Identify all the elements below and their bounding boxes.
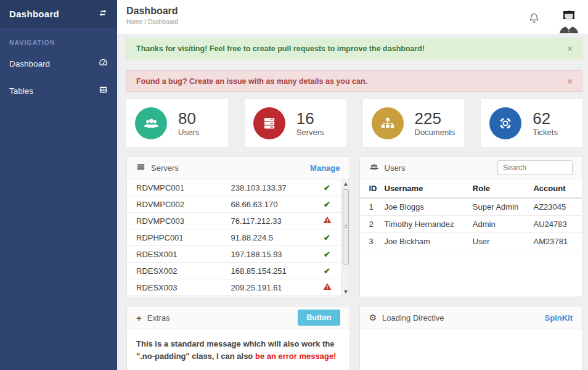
user-role: Super Admin bbox=[469, 198, 530, 216]
alert-danger-text: Found a bug? Create an issue with as man… bbox=[136, 77, 367, 86]
nav-section-label: NAVIGATION bbox=[0, 28, 117, 50]
user-account: AU24783 bbox=[529, 216, 582, 233]
users-group-icon bbox=[369, 162, 379, 174]
server-icon bbox=[253, 107, 285, 139]
server-row: RDESX001 197.188.15.93 ✔ bbox=[127, 246, 341, 263]
user-username: Joe Bloggs bbox=[381, 198, 469, 216]
user-id: 2 bbox=[360, 216, 381, 233]
spinkit-link[interactable]: SpinKit bbox=[545, 313, 573, 323]
exchange-icon bbox=[98, 8, 108, 20]
server-row: RDVMPC001 238.103.133.37 ✔ bbox=[127, 179, 341, 196]
check-icon: ✔ bbox=[324, 200, 330, 209]
extras-message: This is a standard message which will al… bbox=[136, 338, 340, 362]
server-name: RDPHPC001 bbox=[136, 233, 231, 242]
widget-value: 225 bbox=[415, 110, 455, 128]
server-row: RDPHPC001 91.88.224.5 ✔ bbox=[127, 229, 341, 246]
sidebar-item-tables[interactable]: Tables bbox=[0, 77, 117, 104]
server-row: RDVMPC002 68.66.63.170 ✔ bbox=[127, 196, 341, 213]
users-table: ID Username Role Account 1 Joe Bloggs Su… bbox=[360, 179, 582, 250]
server-ip: 197.188.15.93 bbox=[231, 250, 316, 259]
sidebar-item-dashboard[interactable]: Dashboard bbox=[0, 50, 117, 77]
panel-title: Extras bbox=[147, 313, 170, 323]
widget-value: 80 bbox=[178, 110, 199, 128]
server-ip: 168.85.154.251 bbox=[231, 266, 316, 276]
sidebar-header: Dashboard bbox=[0, 0, 117, 28]
widget-label: Tickets bbox=[533, 128, 558, 137]
server-name: RDESX001 bbox=[136, 250, 231, 259]
user-role: Admin bbox=[469, 216, 530, 233]
extras-panel: + Extras Button This is a standard messa… bbox=[126, 306, 350, 370]
user-username: Joe Bickham bbox=[381, 233, 469, 250]
extras-button[interactable]: Button bbox=[298, 310, 340, 326]
widget-label: Servers bbox=[296, 128, 324, 137]
column-header: Role bbox=[469, 179, 530, 198]
check-icon: ✔ bbox=[324, 266, 330, 276]
check-icon: ✔ bbox=[324, 233, 330, 242]
sidebar-toggle-button[interactable] bbox=[98, 8, 108, 20]
topbar: Dashboard Home / Dashboard bbox=[117, 0, 588, 34]
widget-value: 16 bbox=[296, 110, 324, 128]
server-status-icon: ✔ bbox=[317, 183, 338, 192]
notifications-bell-icon[interactable] bbox=[528, 12, 540, 24]
server-name: RDVMPC002 bbox=[136, 200, 231, 209]
close-icon[interactable]: × bbox=[567, 44, 573, 53]
sidebar-item-label: Dashboard bbox=[9, 59, 50, 68]
widget-label: Users bbox=[178, 128, 199, 137]
panel-title: Users bbox=[385, 163, 406, 173]
manage-link[interactable]: Manage bbox=[310, 163, 340, 173]
loading-directive-panel: ⚙ Loading Directive SpinKit bbox=[359, 306, 583, 370]
dashboard-icon bbox=[99, 58, 108, 69]
user-role: User bbox=[469, 233, 530, 250]
user-avatar[interactable] bbox=[557, 7, 581, 33]
server-ip: 209.25.191.61 bbox=[231, 283, 316, 292]
loading-body bbox=[360, 329, 582, 370]
servers-panel: Servers Manage RDVMPC001 238.103.133.37 … bbox=[126, 156, 350, 297]
gear-icon: ⚙ bbox=[369, 313, 377, 322]
server-status-icon: ✔ bbox=[317, 216, 338, 226]
column-header: ID bbox=[360, 179, 381, 198]
widget-documents: 225 Documents bbox=[363, 99, 465, 147]
extras-error-text: be an error message! bbox=[255, 352, 337, 361]
user-id: 1 bbox=[360, 198, 381, 216]
search-input[interactable] bbox=[497, 160, 573, 175]
plus-icon: + bbox=[136, 313, 142, 323]
user-username: Timothy Hernandez bbox=[381, 216, 469, 233]
server-status-icon: ✔ bbox=[317, 282, 338, 292]
scroll-down-arrow[interactable] bbox=[342, 288, 350, 296]
users-icon bbox=[135, 107, 167, 139]
table-icon bbox=[99, 85, 108, 96]
check-icon: ✔ bbox=[324, 183, 330, 192]
breadcrumb: Home / Dashboard bbox=[126, 18, 588, 25]
user-row: 1 Joe Bloggs Super Admin AZ23045 bbox=[360, 198, 582, 216]
user-row: 3 Joe Bickham User AM23781 bbox=[360, 233, 582, 250]
bottom-panel-row: + Extras Button This is a standard messa… bbox=[126, 306, 582, 370]
main-area: Dashboard Home / Dashboard Thanks for vi… bbox=[117, 0, 588, 370]
server-status-icon: ✔ bbox=[317, 266, 338, 276]
scroll-up-arrow[interactable] bbox=[342, 180, 350, 188]
check-icon: ✔ bbox=[324, 250, 330, 259]
widget-label: Documents bbox=[415, 128, 455, 137]
middle-panel-row: Servers Manage RDVMPC001 238.103.133.37 … bbox=[126, 156, 582, 297]
server-row: RDVMPC003 76.117.212.33 ✔ bbox=[127, 213, 341, 229]
server-row: RDESX002 168.85.154.251 ✔ bbox=[127, 263, 341, 279]
sidebar-item-label: Tables bbox=[9, 86, 33, 96]
server-list-icon bbox=[136, 162, 145, 173]
column-header: Account bbox=[529, 179, 582, 198]
widget-value: 62 bbox=[533, 110, 558, 128]
scrollbar[interactable] bbox=[341, 179, 349, 297]
close-icon[interactable]: × bbox=[567, 76, 573, 86]
alert-success: Thanks for visiting! Feel free to create… bbox=[126, 38, 582, 59]
panel-title: Servers bbox=[151, 163, 179, 173]
sidebar: Dashboard NAVIGATION Dashboard Tables bbox=[0, 0, 117, 370]
server-ip: 238.103.133.37 bbox=[231, 183, 316, 192]
server-ip: 68.66.63.170 bbox=[231, 200, 316, 209]
user-id: 3 bbox=[360, 233, 381, 250]
server-name: RDESX002 bbox=[136, 266, 231, 276]
widget-users: 80 Users bbox=[126, 99, 228, 147]
server-name: RDESX003 bbox=[136, 283, 231, 292]
server-status-icon: ✔ bbox=[317, 250, 338, 259]
server-ip: 76.117.212.33 bbox=[231, 216, 316, 226]
sitemap-icon bbox=[372, 107, 404, 139]
alert-success-text: Thanks for visiting! Feel free to create… bbox=[136, 44, 425, 53]
scrollbar-thumb[interactable] bbox=[343, 189, 349, 265]
